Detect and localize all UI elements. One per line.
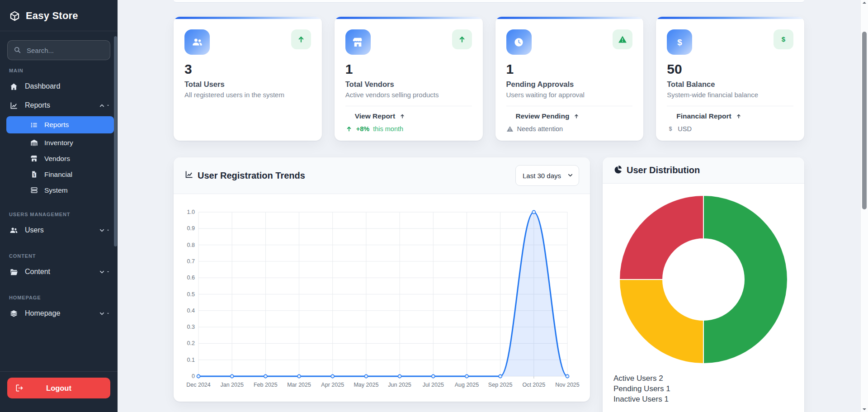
stat-description: System-wide financial balance xyxy=(667,91,793,99)
svg-text:0.6: 0.6 xyxy=(187,275,195,281)
svg-text:Jan 2025: Jan 2025 xyxy=(220,382,243,388)
donut-chart-card: User Distribution Active Users 2Pending … xyxy=(603,157,804,412)
sidebar-item-label: Users xyxy=(25,226,92,234)
donut-slice-active-users xyxy=(703,195,788,364)
app-title: Easy Store xyxy=(26,10,78,22)
svg-text:Jul 2025: Jul 2025 xyxy=(423,382,444,388)
legend-item-pending-users: Pending Users 1 xyxy=(613,384,793,394)
arrow-up-badge-icon xyxy=(452,29,472,49)
logo: Easy Store xyxy=(0,0,118,31)
scroll-down-arrow[interactable] xyxy=(863,408,866,410)
chevron-down-icon xyxy=(99,269,110,275)
scroll-up-arrow[interactable] xyxy=(863,2,866,4)
svg-text:Apr 2025: Apr 2025 xyxy=(321,382,344,388)
sidebar-item-system[interactable]: System xyxy=(0,182,118,198)
pie-chart-icon xyxy=(613,165,623,176)
stat-link-view-report[interactable]: View Report xyxy=(345,112,472,120)
chart-line-icon xyxy=(184,170,193,181)
sidebar-item-label: Dashboard xyxy=(25,82,110,90)
svg-text:$: $ xyxy=(669,126,672,132)
sidebar-item-label: Homepage xyxy=(25,309,92,317)
stat-card-footer: Financial Report $ USD xyxy=(667,106,793,133)
stat-title: Total Balance xyxy=(667,80,793,89)
stat-title: Pending Approvals xyxy=(506,80,633,89)
donut-chart xyxy=(613,194,793,365)
page-scrollbar[interactable] xyxy=(860,0,868,412)
search-input[interactable] xyxy=(7,40,110,60)
home-icon xyxy=(9,82,18,91)
users-icon xyxy=(184,29,210,55)
page-scrollbar-thumb[interactable] xyxy=(862,32,867,209)
line-chart-header: User Registration Trends Last 30 days xyxy=(174,157,590,194)
svg-text:0.1: 0.1 xyxy=(187,357,195,363)
line-chart-card: User Registration Trends Last 30 days 1.… xyxy=(174,157,590,402)
donut-legend: Active Users 2Pending Users 1Inactive Us… xyxy=(613,373,793,404)
stat-description: All registered users in the system xyxy=(184,91,311,99)
svg-text:Aug 2025: Aug 2025 xyxy=(455,382,479,388)
sidebar-item-content[interactable]: Content xyxy=(0,262,118,281)
sidebar-nav: MAIN Dashboard Reports Reports Inventory… xyxy=(0,60,118,350)
legend-item-active-users: Active Users 2 xyxy=(613,373,793,384)
stat-value: 1 xyxy=(506,62,633,76)
svg-text:Nov 2025: Nov 2025 xyxy=(555,382,580,388)
stat-card-total-balance: $ $ 50 Total Balance System-wide financi… xyxy=(656,17,804,141)
svg-text:$: $ xyxy=(33,174,35,177)
warehouse-icon xyxy=(30,139,38,147)
arrow-up-icon xyxy=(399,113,406,119)
arrow-up-icon xyxy=(736,113,742,119)
svg-text:0.7: 0.7 xyxy=(187,258,195,265)
sidebar-item-financial[interactable]: $ Financial xyxy=(0,166,118,182)
stat-title: Total Users xyxy=(184,80,311,89)
clock-icon xyxy=(506,29,532,55)
sidebar-item-label: Inventory xyxy=(44,139,110,147)
nav-section-label: HOMEPAGE xyxy=(9,295,108,300)
stat-description: Users waiting for approval xyxy=(506,91,633,99)
sidebar-scrollbar-thumb[interactable] xyxy=(114,36,117,246)
donut-chart-body: Active Users 2Pending Users 1Inactive Us… xyxy=(603,184,804,412)
line-chart-title: User Registration Trends xyxy=(184,170,305,181)
nav-section-label: MAIN xyxy=(9,68,108,73)
arrow-up-icon xyxy=(573,113,580,119)
stat-link-review-pending[interactable]: Review Pending xyxy=(506,112,633,120)
stat-value: 50 xyxy=(667,62,793,76)
dollar-icon: $ xyxy=(667,29,692,55)
sign-out-icon xyxy=(15,384,24,393)
svg-text:0.9: 0.9 xyxy=(187,225,195,232)
chevron-up-icon xyxy=(99,102,110,109)
warning-icon xyxy=(506,125,514,133)
sidebar-item-users[interactable]: Users xyxy=(0,221,118,240)
stat-cards-row: 3 Total Users All registered users in th… xyxy=(174,17,804,141)
stat-value: 3 xyxy=(184,62,311,76)
sidebar-item-reports[interactable]: Reports xyxy=(6,116,114,133)
dollar-badge-icon: $ xyxy=(774,29,793,49)
sidebar-item-inventory[interactable]: Inventory xyxy=(0,135,118,151)
cube-icon xyxy=(9,10,20,22)
svg-text:Mar 2025: Mar 2025 xyxy=(287,382,311,388)
stat-value: 1 xyxy=(345,62,472,76)
logout-label: Logout xyxy=(46,384,71,393)
sidebar-search xyxy=(7,40,110,60)
sidebar-item-vendors[interactable]: Vendors xyxy=(0,151,118,166)
scrolled-header-edge xyxy=(174,0,804,3)
logout-button[interactable]: Logout xyxy=(7,378,110,398)
arrow-up-icon xyxy=(345,125,353,133)
sidebar-item-homepage[interactable]: Homepage xyxy=(0,304,118,323)
donut-chart-title: User Distribution xyxy=(613,165,700,176)
users-icon xyxy=(9,226,18,235)
arrow-up-badge-icon xyxy=(291,29,311,49)
folder-icon xyxy=(9,268,18,276)
range-select-wrap: Last 30 days xyxy=(515,165,579,186)
stat-card-pending-approvals: 1 Pending Approvals Users waiting for ap… xyxy=(495,17,644,141)
svg-text:Feb 2025: Feb 2025 xyxy=(254,382,278,388)
svg-text:0.8: 0.8 xyxy=(187,242,195,248)
sidebar-item-reports[interactable]: Reports xyxy=(0,96,118,115)
sidebar-item-dashboard[interactable]: Dashboard xyxy=(0,77,118,96)
svg-text:Oct 2025: Oct 2025 xyxy=(522,382,545,388)
chevron-down-icon xyxy=(99,310,110,317)
range-select[interactable]: Last 30 days xyxy=(515,165,579,186)
svg-text:May 2025: May 2025 xyxy=(354,382,378,388)
svg-text:Dec 2024: Dec 2024 xyxy=(186,382,211,388)
sidebar: Easy Store MAIN Dashboard Reports Report… xyxy=(0,0,118,412)
warning-badge-icon xyxy=(613,29,632,49)
stat-link-financial-report[interactable]: Financial Report xyxy=(667,112,793,120)
